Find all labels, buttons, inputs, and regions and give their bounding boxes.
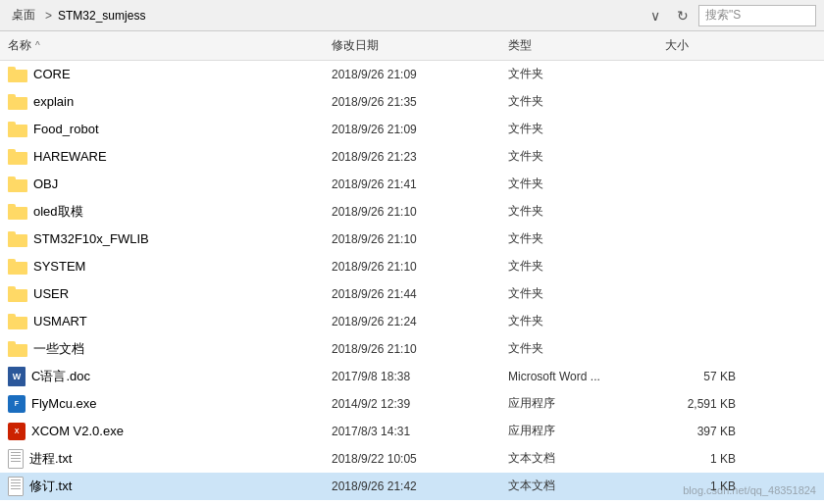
table-row[interactable]: USER 2018/9/26 21:44 文件夹 bbox=[0, 280, 824, 308]
file-name-cell: SYSTEM bbox=[8, 259, 332, 275]
table-row[interactable]: 修订.txt 2018/9/26 21:42 文本文档 1 KB bbox=[0, 473, 824, 500]
col-name-label: 名称 bbox=[8, 37, 31, 54]
file-type-cell: 文件夹 bbox=[508, 148, 665, 165]
file-type-cell: 文件夹 bbox=[508, 176, 665, 192]
file-type-cell: 文件夹 bbox=[508, 121, 665, 137]
table-row[interactable]: X XCOM V2.0.exe 2017/8/3 14:31 应用程序 397 … bbox=[0, 418, 824, 445]
file-size-cell: 1 KB bbox=[665, 479, 744, 493]
table-row[interactable]: HAREWARE 2018/9/26 21:23 文件夹 bbox=[0, 143, 824, 171]
filename: oled取模 bbox=[33, 203, 83, 221]
file-name-cell: CORE bbox=[8, 67, 332, 82]
filename: USMART bbox=[33, 314, 87, 328]
table-row[interactable]: Food_robot 2018/9/26 21:09 文件夹 bbox=[0, 116, 824, 143]
table-row[interactable]: F FlyMcu.exe 2014/9/2 12:39 应用程序 2,591 K… bbox=[0, 390, 824, 418]
folder-icon bbox=[8, 231, 27, 247]
file-name-cell: W C语言.doc bbox=[8, 367, 332, 386]
xcom-icon: X bbox=[8, 423, 26, 440]
file-date-cell: 2018/9/22 10:05 bbox=[332, 452, 508, 466]
file-date-cell: 2014/9/2 12:39 bbox=[332, 397, 508, 411]
file-name-cell: USMART bbox=[8, 314, 332, 329]
file-date-cell: 2018/9/26 21:10 bbox=[332, 342, 508, 356]
file-name-cell: explain bbox=[8, 94, 332, 110]
file-date-cell: 2018/9/26 21:24 bbox=[332, 315, 508, 328]
filename: FlyMcu.exe bbox=[31, 396, 96, 411]
breadcrumb-current: STM32_sumjess bbox=[58, 9, 145, 23]
file-date-cell: 2018/9/26 21:09 bbox=[332, 123, 508, 136]
word-icon: W bbox=[8, 367, 26, 386]
table-row[interactable]: explain 2018/9/26 21:35 文件夹 bbox=[0, 88, 824, 116]
table-row[interactable]: SYSTEM 2018/9/26 21:10 文件夹 bbox=[0, 253, 824, 280]
file-size-cell: 1 KB bbox=[665, 452, 744, 466]
col-name-header[interactable]: 名称 ^ bbox=[8, 37, 332, 54]
col-date-header[interactable]: 修改日期 bbox=[332, 37, 508, 54]
file-date-cell: 2018/9/26 21:10 bbox=[332, 232, 508, 246]
file-type-cell: 文件夹 bbox=[508, 340, 665, 357]
table-row[interactable]: W C语言.doc 2017/9/8 18:38 Microsoft Word … bbox=[0, 363, 824, 390]
file-date-cell: 2018/9/26 21:41 bbox=[332, 177, 508, 191]
file-size-cell: 2,591 KB bbox=[665, 397, 744, 411]
sort-arrow: ^ bbox=[35, 40, 40, 51]
file-date-cell: 2018/9/26 21:44 bbox=[332, 287, 508, 301]
table-row[interactable]: USMART 2018/9/26 21:24 文件夹 bbox=[0, 308, 824, 335]
folder-icon bbox=[8, 341, 27, 357]
filename: 一些文档 bbox=[33, 340, 84, 358]
file-type-cell: 应用程序 bbox=[508, 395, 665, 412]
file-name-cell: OBJ bbox=[8, 176, 332, 192]
file-date-cell: 2018/9/26 21:09 bbox=[332, 68, 508, 81]
file-name-cell: Food_robot bbox=[8, 122, 332, 137]
table-row[interactable]: STM32F10x_FWLIB 2018/9/26 21:10 文件夹 bbox=[0, 226, 824, 253]
folder-icon bbox=[8, 259, 27, 275]
filename: CORE bbox=[33, 67, 71, 81]
file-type-cell: 文件夹 bbox=[508, 285, 665, 302]
col-type-header[interactable]: 类型 bbox=[508, 37, 665, 54]
table-row[interactable]: 进程.txt 2018/9/22 10:05 文本文档 1 KB bbox=[0, 445, 824, 473]
txt-icon bbox=[8, 449, 24, 469]
filename: 修订.txt bbox=[29, 478, 72, 495]
search-box[interactable]: 搜索"S bbox=[698, 5, 816, 26]
file-date-cell: 2017/9/8 18:38 bbox=[332, 370, 508, 383]
filename: HAREWARE bbox=[33, 149, 107, 164]
file-name-cell: USER bbox=[8, 286, 332, 302]
filename: 进程.txt bbox=[29, 450, 72, 468]
col-size-header[interactable]: 大小 bbox=[665, 37, 744, 54]
search-placeholder: 搜索"S bbox=[705, 7, 741, 24]
folder-icon bbox=[8, 94, 27, 110]
file-size-cell: 57 KB bbox=[665, 370, 744, 383]
folder-icon bbox=[8, 176, 27, 192]
titlebar-icons: ∨ ↻ 搜索"S bbox=[644, 4, 816, 27]
file-date-cell: 2018/9/26 21:10 bbox=[332, 205, 508, 219]
filename: USER bbox=[33, 286, 69, 301]
breadcrumb-root[interactable]: 桌面 bbox=[8, 5, 39, 25]
folder-icon bbox=[8, 122, 27, 137]
file-name-cell: HAREWARE bbox=[8, 149, 332, 165]
refresh-icon[interactable]: ↻ bbox=[671, 4, 695, 27]
filename: XCOM V2.0.exe bbox=[31, 424, 124, 438]
folder-icon bbox=[8, 67, 27, 82]
file-name-cell: 进程.txt bbox=[8, 449, 332, 469]
file-size-cell: 397 KB bbox=[665, 425, 744, 438]
file-type-cell: 文件夹 bbox=[508, 258, 665, 275]
file-date-cell: 2018/9/26 21:23 bbox=[332, 150, 508, 164]
file-list: CORE 2018/9/26 21:09 文件夹 explain 2018/9/… bbox=[0, 61, 824, 504]
table-row[interactable]: 一些文档 2018/9/26 21:10 文件夹 bbox=[0, 335, 824, 363]
filename: Food_robot bbox=[33, 122, 99, 136]
filename: C语言.doc bbox=[31, 368, 90, 385]
file-name-cell: X XCOM V2.0.exe bbox=[8, 423, 332, 440]
filename: explain bbox=[33, 94, 74, 109]
file-name-cell: 一些文档 bbox=[8, 340, 332, 358]
file-type-cell: 文件夹 bbox=[508, 313, 665, 329]
file-type-cell: 文件夹 bbox=[508, 230, 665, 247]
txt-icon bbox=[8, 477, 24, 496]
file-date-cell: 2018/9/26 21:35 bbox=[332, 95, 508, 109]
table-row[interactable]: OBJ 2018/9/26 21:41 文件夹 bbox=[0, 171, 824, 198]
file-name-cell: oled取模 bbox=[8, 203, 332, 221]
folder-icon bbox=[8, 286, 27, 302]
flymcu-icon: F bbox=[8, 395, 26, 413]
filename: OBJ bbox=[33, 176, 58, 191]
dropdown-icon[interactable]: ∨ bbox=[644, 4, 667, 27]
table-row[interactable]: CORE 2018/9/26 21:09 文件夹 bbox=[0, 61, 824, 88]
folder-icon bbox=[8, 204, 27, 220]
table-row[interactable]: oled取模 2018/9/26 21:10 文件夹 bbox=[0, 198, 824, 226]
file-date-cell: 2017/8/3 14:31 bbox=[332, 425, 508, 438]
file-date-cell: 2018/9/26 21:10 bbox=[332, 260, 508, 274]
